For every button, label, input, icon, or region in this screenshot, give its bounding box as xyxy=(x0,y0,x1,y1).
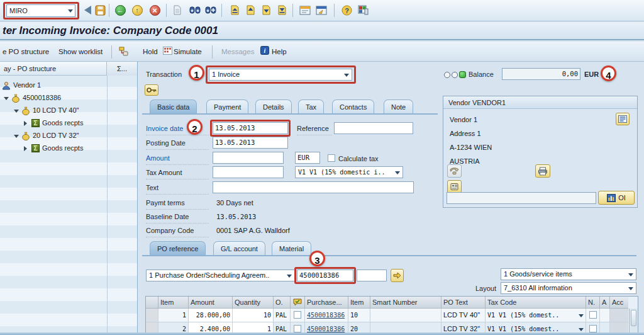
amount-cell[interactable]: 28.000,00 xyxy=(189,309,233,322)
last-page-button[interactable] xyxy=(275,4,287,16)
tab-tax[interactable]: Tax xyxy=(298,99,324,113)
n-column-header[interactable]: N. xyxy=(586,297,600,309)
cancel-button[interactable] xyxy=(148,4,161,16)
expand-icon[interactable] xyxy=(24,121,27,126)
calculate-tax-checkbox[interactable] xyxy=(328,154,335,162)
vendor-extra-field[interactable] xyxy=(447,192,596,204)
n-cell[interactable] xyxy=(586,309,600,322)
reference-field[interactable] xyxy=(334,122,413,134)
transaction-dropdown[interactable]: 1 Invoice xyxy=(209,69,352,81)
amount-column-header[interactable]: Amount xyxy=(189,297,233,309)
vendor-print-button[interactable] xyxy=(535,164,550,178)
quantity-cell[interactable]: 10 xyxy=(233,309,274,322)
vendor-master-detail-button[interactable] xyxy=(616,113,630,125)
expand-icon[interactable] xyxy=(24,146,27,151)
tab-contacts[interactable]: Contacts xyxy=(332,99,374,113)
tab-payment[interactable]: Payment xyxy=(206,99,248,113)
item-filter-dropdown[interactable]: 1 Goods/service items xyxy=(501,268,636,280)
save-button[interactable] xyxy=(94,4,106,16)
purchase-order-link[interactable]: 4500018386 xyxy=(307,326,345,332)
show-worklist-button[interactable]: Show worklist xyxy=(58,46,103,57)
note-checkbox[interactable] xyxy=(294,325,301,332)
command-field[interactable]: MIRO xyxy=(6,4,75,17)
simulate-button-icon-wrap[interactable] xyxy=(162,45,172,55)
exit-button[interactable] xyxy=(131,4,143,16)
po-text-column-header[interactable]: PO Text xyxy=(441,297,486,309)
adopt-button[interactable] xyxy=(391,269,404,282)
vendor-address-button[interactable] xyxy=(447,180,462,193)
scrollbar-thumb[interactable] xyxy=(631,310,636,326)
find-next-button[interactable] xyxy=(204,4,217,16)
purchase-order-cell[interactable]: 4500018386 xyxy=(305,309,348,322)
find-button[interactable] xyxy=(189,4,201,16)
tab-material[interactable]: Material xyxy=(272,241,311,255)
tree-item-goods-receipts[interactable]: Goods recpts xyxy=(0,142,137,155)
table-vertical-scrollbar[interactable] xyxy=(629,309,638,335)
note-column-header[interactable] xyxy=(291,297,305,309)
row-selector[interactable] xyxy=(146,309,158,322)
purchase-order-link[interactable]: 4500018386 xyxy=(307,312,345,319)
collapse-icon[interactable] xyxy=(14,135,19,138)
next-page-button[interactable] xyxy=(259,4,272,16)
currency-field[interactable]: EUR xyxy=(295,152,320,164)
first-page-button[interactable] xyxy=(228,4,240,16)
toolbar-separator xyxy=(111,45,112,59)
n-checkbox[interactable] xyxy=(589,311,597,319)
po-structure-toggle-button[interactable]: e PO structure xyxy=(3,46,49,57)
tab-note[interactable]: Note xyxy=(384,99,413,113)
tax-code-column-header[interactable]: Tax Code xyxy=(486,297,586,309)
tab-po-reference[interactable]: PO reference xyxy=(150,241,206,255)
tree-item-po-item-10[interactable]: 10 LCD TV 40" xyxy=(0,105,137,117)
po-item-field[interactable] xyxy=(357,270,387,281)
n-checkbox[interactable] xyxy=(589,325,597,332)
tax-amount-field[interactable] xyxy=(213,166,284,178)
hold-button[interactable]: Hold xyxy=(143,46,158,57)
tree-item-goods-receipts[interactable]: Goods recpts xyxy=(0,117,137,130)
new-session-button[interactable] xyxy=(299,4,311,16)
acc-cell[interactable] xyxy=(610,309,628,322)
enter-button[interactable] xyxy=(81,4,94,16)
text-field[interactable] xyxy=(213,181,414,193)
note-checkbox[interactable] xyxy=(294,311,301,319)
a-column-header[interactable]: A xyxy=(600,297,610,309)
help-app-button[interactable]: Help xyxy=(272,46,287,57)
item2-column-header[interactable]: Item xyxy=(348,297,370,309)
tab-details[interactable]: Details xyxy=(255,99,292,113)
tree-item-po[interactable]: 4500018386 xyxy=(0,92,137,105)
previous-page-button[interactable] xyxy=(243,4,256,16)
tree-item-vendor[interactable]: Vendor 1 xyxy=(0,79,137,92)
collapse-icon[interactable] xyxy=(4,97,9,100)
tax-code-dropdown[interactable]: V1 V1 (15% domestic i.. xyxy=(295,166,403,178)
create-shortcut-button[interactable] xyxy=(315,4,328,16)
customize-layout-button[interactable] xyxy=(357,4,369,16)
tax-code-cell-dropdown[interactable]: V1 V1 (15% domest.. xyxy=(486,309,586,322)
amount-field[interactable] xyxy=(213,152,284,164)
open-items-button[interactable]: OI xyxy=(598,191,635,205)
po-structure-totals-column-button[interactable]: Σ... xyxy=(106,62,137,76)
purchase-column-header[interactable]: Purchase... xyxy=(305,297,348,309)
collapse-icon[interactable] xyxy=(14,110,19,113)
tree-item-po-item-20[interactable]: 20 LCD TV 32" xyxy=(0,130,137,142)
header-data-toggle-button[interactable] xyxy=(145,84,158,96)
worklist-structure-button[interactable] xyxy=(117,45,130,57)
back-button[interactable] xyxy=(114,4,126,16)
posting-date-field[interactable]: 13.05.2013 xyxy=(213,137,288,149)
vendor-phone-button[interactable] xyxy=(447,164,462,178)
tab-basic-data[interactable]: Basic data xyxy=(150,99,197,113)
po-number-field[interactable]: 4500018386 xyxy=(297,270,353,281)
simulate-button[interactable]: Simulate xyxy=(174,46,202,57)
help-button[interactable]: ? xyxy=(340,4,353,16)
quantity-column-header[interactable]: Quantity xyxy=(233,297,274,309)
order-unit-column-header[interactable]: O. xyxy=(274,297,291,309)
invoice-date-field[interactable]: 13.05.2013 xyxy=(213,122,288,134)
command-dropdown-icon[interactable] xyxy=(68,9,73,13)
acc-column-header[interactable]: Acc xyxy=(610,297,628,309)
note-cell[interactable] xyxy=(291,309,305,322)
layout-dropdown[interactable]: 7_6310 All information xyxy=(501,282,636,294)
print-button[interactable] xyxy=(171,4,184,16)
messages-button[interactable]: Messages xyxy=(221,46,254,57)
item-column-header[interactable]: Item xyxy=(158,297,189,309)
reference-doc-category-dropdown[interactable]: 1 Purchase Order/Scheduling Agreem.. xyxy=(146,270,295,281)
tab-gl-account[interactable]: G/L account xyxy=(213,241,265,255)
smart-number-column-header[interactable]: Smart Number xyxy=(370,297,441,309)
